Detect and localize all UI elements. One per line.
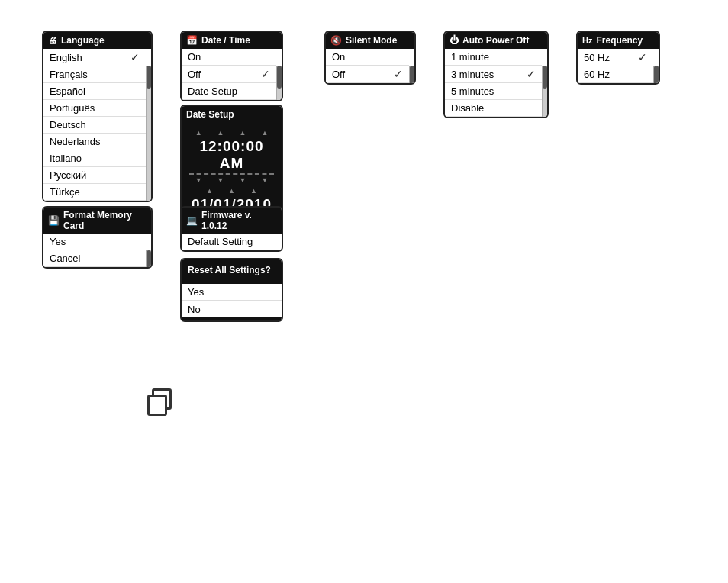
autopower-header: ⏻ Auto Power Off (445, 32, 547, 49)
reset-no[interactable]: No (182, 301, 282, 317)
datetime-header: 📅 Date / Time (182, 32, 282, 49)
language-panel: 🖨 Language English ✓ Français Español Po… (42, 31, 153, 202)
frequency-title: Frequency (596, 35, 643, 46)
frequency-scrollbar[interactable] (653, 66, 659, 85)
firmware-header: 💻 Firmware v. 1.0.12 (182, 208, 282, 234)
language-turkce[interactable]: Türkçe (43, 184, 146, 201)
language-panel-header: 🖨 Language (43, 32, 151, 49)
autopower-3min[interactable]: 3 minutes ✓ (445, 66, 542, 83)
firmware-scrollbar-thumb (277, 250, 282, 252)
firmware-scrollbar[interactable] (276, 250, 282, 252)
datesetup-header: Date Setup (182, 106, 282, 123)
language-icon: 🖨 (48, 35, 57, 46)
datetime-panel: 📅 Date / Time On Off ✓ Date Setup (180, 31, 283, 101)
language-scrollbar-thumb (147, 66, 151, 89)
datetime-date-setup[interactable]: Date Setup (182, 83, 276, 100)
format-header: 💾 Format Memory Card (43, 208, 151, 234)
language-english[interactable]: English ✓ (43, 49, 146, 66)
reset-title: Reset All Settings? (188, 265, 271, 275)
silent-panel: 🔇 Silent Mode On Off ✓ (324, 31, 416, 85)
format-panel: 💾 Format Memory Card Yes Cancel (42, 206, 153, 269)
firmware-title: Firmware v. 1.0.12 (201, 210, 277, 231)
silent-scrollbar[interactable] (409, 66, 414, 85)
autopower-scrollbar-thumb (543, 66, 547, 89)
language-portugues[interactable]: Português (43, 100, 146, 117)
datetime-off[interactable]: Off ✓ (182, 66, 276, 83)
language-title: Language (61, 35, 105, 46)
datetime-scrollbar-thumb (277, 66, 282, 89)
silent-icon: 🔇 (330, 35, 342, 46)
format-scrollbar-thumb (147, 250, 151, 269)
language-francais[interactable]: Français (43, 66, 146, 83)
datesetup-time: 12:00:00 AM (199, 138, 263, 171)
format-scrollbar[interactable] (146, 250, 151, 269)
autopower-scrollbar[interactable] (542, 66, 547, 117)
frequency-50hz[interactable]: 50 Hz ✓ (578, 49, 653, 66)
language-deutsch[interactable]: Deutsch (43, 117, 146, 134)
frequency-header: Hz Frequency (578, 32, 659, 49)
silent-off-check: ✓ (394, 68, 403, 80)
autopower-5min[interactable]: 5 minutes (445, 83, 542, 100)
reset-header: Reset All Settings? (182, 259, 282, 281)
copy-icon-container (147, 388, 178, 419)
silent-scrollbar-thumb (410, 66, 414, 85)
firmware-icon: 💻 (186, 215, 198, 226)
frequency-60hz[interactable]: 60 Hz (578, 66, 653, 83)
autopower-1min[interactable]: 1 minute (445, 49, 542, 66)
datesetup-title: Date Setup (186, 109, 234, 120)
datetime-on[interactable]: On (182, 49, 276, 66)
language-espanol[interactable]: Español (43, 83, 146, 100)
datetime-icon: 📅 (186, 35, 198, 46)
copy-icon (147, 388, 178, 419)
language-italiano[interactable]: Italiano (43, 150, 146, 167)
format-icon: 💾 (48, 215, 60, 226)
format-title: Format Memory Card (63, 210, 147, 231)
autopower-title: Auto Power Off (462, 35, 529, 46)
datetime-off-check: ✓ (261, 68, 270, 80)
firmware-default-setting[interactable]: Default Setting (182, 234, 276, 250)
english-check: ✓ (130, 51, 140, 63)
format-yes[interactable]: Yes (43, 234, 146, 250)
frequency-icon: Hz (582, 36, 592, 45)
format-cancel[interactable]: Cancel (43, 250, 146, 267)
frequency-panel: Hz Frequency 50 Hz ✓ 60 Hz (576, 31, 660, 85)
autopower-icon: ⏻ (449, 35, 459, 46)
silent-on[interactable]: On (326, 49, 409, 66)
language-russian[interactable]: Русский (43, 167, 146, 184)
frequency-scrollbar-thumb (654, 66, 659, 85)
datetime-title: Date / Time (201, 35, 250, 46)
reset-yes[interactable]: Yes (182, 284, 282, 301)
autopower-panel: ⏻ Auto Power Off 1 minute 3 minutes ✓ 5 … (443, 31, 549, 118)
datetime-scrollbar[interactable] (276, 66, 282, 100)
autopower-disable[interactable]: Disable (445, 100, 542, 117)
firmware-panel: 💻 Firmware v. 1.0.12 Default Setting (180, 206, 283, 252)
reset-panel: Reset All Settings? Yes No (180, 258, 283, 322)
language-scrollbar[interactable] (146, 66, 151, 201)
frequency-50hz-check: ✓ (638, 51, 647, 63)
firmware-col: 💻 Firmware v. 1.0.12 Default Setting Res… (180, 206, 297, 322)
language-nederlands[interactable]: Nederlands (43, 134, 146, 150)
silent-header: 🔇 Silent Mode (326, 32, 414, 49)
autopower-3min-check: ✓ (527, 68, 536, 80)
silent-title: Silent Mode (346, 35, 397, 46)
silent-off[interactable]: Off ✓ (326, 66, 409, 83)
